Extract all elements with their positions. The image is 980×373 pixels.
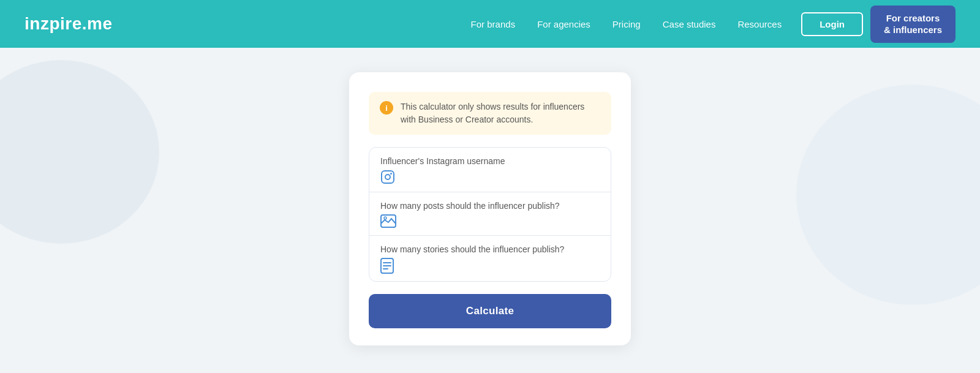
alert-icon: i <box>380 101 393 115</box>
login-button[interactable]: Login <box>801 12 863 36</box>
svg-point-2 <box>390 173 392 175</box>
bg-decoration-left <box>0 60 159 244</box>
nav-for-agencies[interactable]: For agencies <box>537 19 590 29</box>
nav-for-brands[interactable]: For brands <box>471 19 516 29</box>
form-fields-container: Influencer's Instagram username How many… <box>369 147 611 282</box>
alert-text: This calculator only shows results for i… <box>401 100 600 126</box>
info-alert: i This calculator only shows results for… <box>369 92 611 135</box>
svg-point-4 <box>384 217 386 219</box>
nav-pricing[interactable]: Pricing <box>612 19 641 29</box>
nav-resources[interactable]: Resources <box>737 19 782 29</box>
photo-icon <box>380 215 396 225</box>
posts-label: How many posts should the influencer pub… <box>380 201 600 211</box>
svg-point-1 <box>385 175 390 179</box>
username-field[interactable]: Influencer's Instagram username <box>369 148 611 192</box>
navigation: For brands For agencies Pricing Case stu… <box>471 19 782 29</box>
story-icon <box>380 260 394 270</box>
stories-field[interactable]: How many stories should the influencer p… <box>369 236 611 281</box>
posts-field[interactable]: How many posts should the influencer pub… <box>369 192 611 236</box>
creators-button[interactable]: For creators & influencers <box>870 6 956 43</box>
bg-decoration-right <box>796 85 980 305</box>
creators-line1: For creators <box>886 13 940 23</box>
header: inzpire.me For brands For agencies Prici… <box>0 0 980 48</box>
creators-line2: & influencers <box>884 24 942 35</box>
nav-case-studies[interactable]: Case studies <box>663 19 716 29</box>
username-label: Influencer's Instagram username <box>380 156 600 166</box>
logo: inzpire.me <box>24 14 112 34</box>
header-actions: Login For creators & influencers <box>801 6 956 43</box>
svg-rect-0 <box>382 171 394 183</box>
calculator-card: i This calculator only shows results for… <box>349 72 631 345</box>
calculate-button[interactable]: Calculate <box>369 294 611 328</box>
main-content: i This calculator only shows results for… <box>0 48 980 373</box>
instagram-icon <box>380 171 395 181</box>
stories-label: How many stories should the influencer p… <box>380 244 600 254</box>
